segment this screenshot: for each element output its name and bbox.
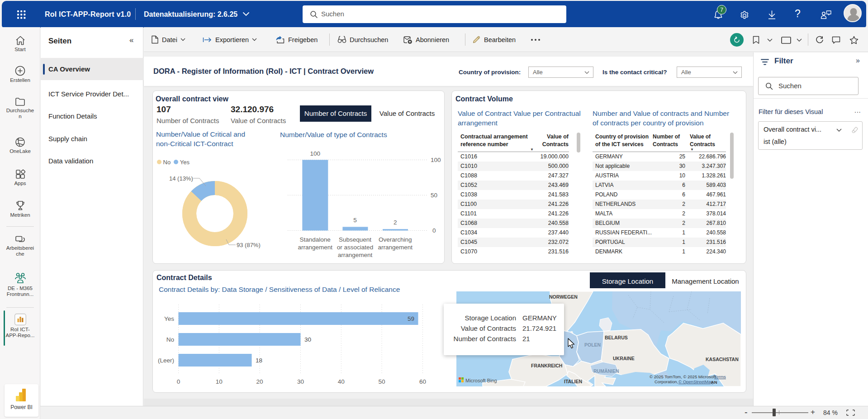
svg-text:arrangement: arrangement [338, 252, 373, 258]
svg-text:No: No [166, 336, 174, 343]
svg-text:18: 18 [256, 357, 262, 364]
svg-text:2: 2 [394, 219, 397, 226]
svg-text:Overarching: Overarching [379, 236, 412, 243]
svg-text:arrangement: arrangement [298, 244, 332, 251]
svg-text:Microsoft Bing: Microsoft Bing [465, 378, 497, 383]
svg-text:30: 30 [304, 336, 311, 343]
svg-text:Corporation,: Corporation, [655, 379, 678, 384]
svg-text:50: 50 [431, 192, 437, 199]
svg-text:60: 60 [419, 378, 426, 385]
svg-text:© OpenStreetMap: © OpenStreetMap [678, 379, 713, 384]
svg-text:Yes: Yes [164, 315, 174, 322]
svg-text:100: 100 [310, 150, 320, 157]
svg-text:100: 100 [431, 157, 441, 163]
svg-text:POLEN: POLEN [584, 342, 601, 348]
svg-text:59: 59 [408, 315, 414, 322]
svg-text:NORWEGEN: NORWEGEN [549, 294, 578, 300]
svg-text:30: 30 [297, 378, 304, 385]
svg-text:0: 0 [432, 227, 436, 234]
svg-text:40: 40 [338, 378, 345, 385]
svg-text:FRANKREICH: FRANKREICH [531, 363, 562, 368]
svg-text:0: 0 [177, 378, 180, 385]
svg-text:Terms: Terms [714, 374, 726, 379]
svg-text:arrangement: arrangement [378, 244, 413, 251]
svg-text:Subsequent: Subsequent [339, 236, 371, 243]
svg-text:KASACHSTAN: KASACHSTAN [706, 357, 739, 362]
svg-text:20: 20 [256, 378, 263, 385]
svg-text:5: 5 [353, 217, 357, 224]
svg-text:AN: AN [711, 380, 717, 385]
svg-text:(Leer): (Leer) [158, 357, 174, 364]
svg-text:or associated: or associated [337, 244, 373, 251]
svg-text:Standalone: Standalone [300, 236, 331, 243]
svg-text:RUMÄNIEN: RUMÄNIEN [593, 368, 619, 374]
svg-text:UKRAINE: UKRAINE [613, 356, 635, 361]
svg-text:BELARUS: BELARUS [605, 335, 628, 340]
svg-text:50: 50 [378, 378, 385, 385]
svg-text:10: 10 [216, 378, 223, 385]
svg-text:ITALIEN: ITALIEN [564, 379, 582, 384]
svg-text:© 2025 TomTom, © 2025 Microsof: © 2025 TomTom, © 2025 Microsoft [650, 374, 716, 379]
